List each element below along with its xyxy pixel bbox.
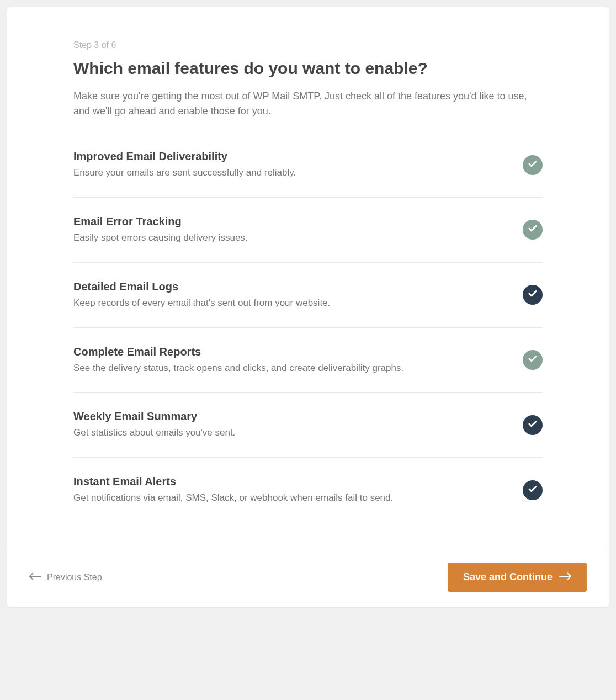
check-icon: [528, 354, 538, 366]
feature-text: Complete Email Reports See the delivery …: [73, 346, 523, 375]
feature-toggle-locked: [523, 220, 543, 240]
feature-title: Email Error Tracking: [73, 215, 509, 228]
feature-text: Improved Email Deliverability Ensure you…: [73, 150, 523, 179]
feature-toggle-locked: [523, 350, 543, 370]
feature-title: Weekly Email Summary: [73, 410, 509, 423]
feature-weekly-summary: Weekly Email Summary Get statistics abou…: [73, 393, 543, 458]
feature-title: Detailed Email Logs: [73, 280, 509, 293]
check-icon: [528, 484, 538, 496]
check-icon: [528, 159, 538, 171]
page-subheading: Make sure you're getting the most out of…: [73, 89, 543, 120]
feature-text: Email Error Tracking Easily spot errors …: [73, 215, 523, 245]
arrow-right-icon: [559, 571, 571, 583]
feature-title: Instant Email Alerts: [73, 475, 509, 488]
check-icon: [528, 289, 538, 301]
feature-instant-alerts: Instant Email Alerts Get notifications v…: [73, 458, 543, 508]
feature-toggle-locked: [523, 155, 543, 175]
feature-title: Complete Email Reports: [73, 346, 509, 358]
page-heading: Which email features do you want to enab…: [73, 58, 543, 79]
check-icon: [528, 419, 538, 431]
save-continue-label: Save and Continue: [463, 571, 553, 583]
feature-improved-deliverability: Improved Email Deliverability Ensure you…: [73, 147, 543, 198]
arrow-left-icon: [29, 572, 41, 582]
feature-toggle[interactable]: [523, 285, 543, 305]
feature-desc: Easily spot errors causing delivery issu…: [73, 231, 509, 245]
wizard-footer: Previous Step Save and Continue: [7, 547, 609, 607]
step-indicator: Step 3 of 6: [73, 40, 543, 50]
previous-step-link[interactable]: Previous Step: [29, 572, 102, 582]
feature-text: Instant Email Alerts Get notifications v…: [73, 475, 523, 505]
feature-toggle[interactable]: [523, 415, 543, 435]
features-list: Improved Email Deliverability Ensure you…: [73, 147, 543, 508]
feature-desc: See the delivery status, track opens and…: [73, 362, 509, 375]
setup-wizard-card: Step 3 of 6 Which email features do you …: [7, 7, 609, 608]
previous-step-label: Previous Step: [47, 572, 102, 582]
feature-desc: Get statistics about emails you've sent.: [73, 426, 509, 439]
check-icon: [528, 224, 538, 236]
feature-complete-reports: Complete Email Reports See the delivery …: [73, 328, 543, 393]
save-continue-button[interactable]: Save and Continue: [448, 563, 587, 592]
feature-error-tracking: Email Error Tracking Easily spot errors …: [73, 198, 543, 263]
feature-toggle[interactable]: [523, 480, 543, 500]
feature-text: Detailed Email Logs Keep records of ever…: [73, 280, 523, 310]
feature-desc: Ensure your emails are sent successfully…: [73, 166, 509, 179]
feature-title: Improved Email Deliverability: [73, 150, 509, 163]
feature-desc: Keep records of every email that's sent …: [73, 296, 509, 310]
content-area: Step 3 of 6 Which email features do you …: [7, 7, 609, 547]
feature-text: Weekly Email Summary Get statistics abou…: [73, 410, 523, 439]
feature-desc: Get notifications via email, SMS, Slack,…: [73, 491, 509, 505]
feature-detailed-logs: Detailed Email Logs Keep records of ever…: [73, 263, 543, 328]
